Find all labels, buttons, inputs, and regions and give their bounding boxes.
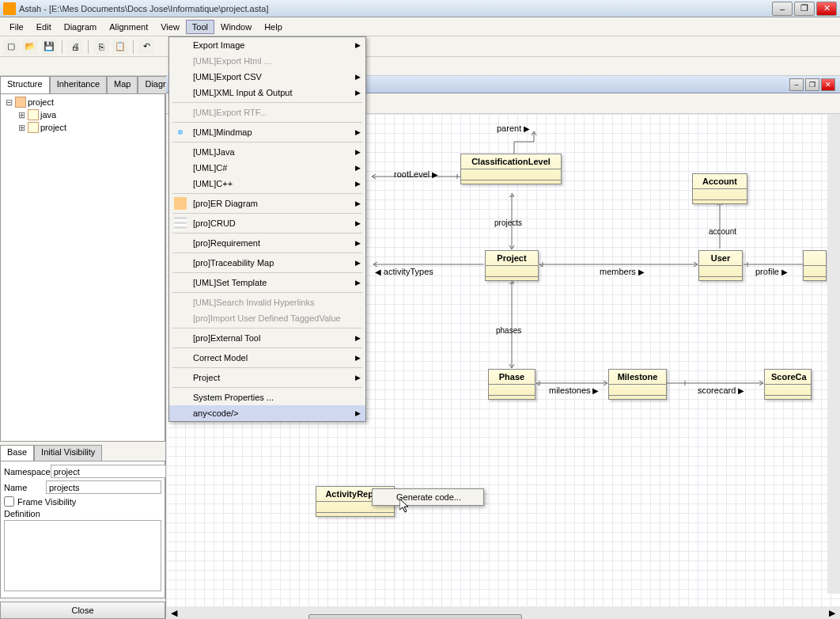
menu-entry: [UML]Export RTF... (169, 104, 365, 120)
assoc-projects: projects (494, 218, 522, 227)
menu-entry[interactable]: [UML]Export CSV▶ (169, 69, 365, 85)
open-icon[interactable]: 📂 (22, 39, 38, 55)
submenu-arrow-icon: ▶ (355, 148, 361, 156)
menu-entry: [UML]Search Invalid Hyperlinks (169, 294, 365, 310)
tree-child[interactable]: project (40, 123, 66, 132)
menu-entry[interactable]: [UML]XML Input & Output▶ (169, 85, 365, 101)
menu-entry[interactable]: [pro]CRUD▶ (169, 215, 365, 231)
menu-entry[interactable]: [pro]Traceability Map▶ (169, 255, 365, 271)
panel-close-button[interactable]: Close (0, 602, 165, 619)
diagram-minimize-button[interactable]: – (789, 78, 804, 91)
menu-entry[interactable]: [pro]ER Diagram▶ (169, 196, 365, 211)
submenu-arrow-icon: ▶ (355, 374, 361, 382)
class-scorecard[interactable]: ScoreCa (764, 369, 812, 400)
class-account[interactable]: Account (692, 173, 747, 204)
submenu-arrow-icon: ▶ (355, 279, 361, 287)
menu-help[interactable]: Help (258, 20, 289, 34)
mindmap-icon (174, 126, 187, 139)
diagram-close-button[interactable]: ✕ (821, 78, 835, 91)
class-phase[interactable]: Phase (488, 369, 535, 400)
titlebar: Astah - [E:\Mes Documents\Docs Jose\Info… (0, 0, 840, 17)
menu-entry[interactable]: [UML]Mindmap▶ (169, 124, 365, 140)
tab-base[interactable]: Base (0, 445, 34, 461)
menu-entry: [UML]Export Html ... (169, 53, 365, 69)
menu-alignment[interactable]: Alignment (103, 20, 154, 34)
menu-entry[interactable]: Export Image▶ (169, 37, 365, 53)
frame-visibility-checkbox[interactable] (4, 496, 14, 507)
assoc-parent: parent ▶ (497, 123, 530, 133)
submenu-arrow-icon: ▶ (355, 354, 361, 362)
menu-entry[interactable]: [UML]C++▶ (169, 176, 365, 192)
menu-entry[interactable]: [pro]Requirement▶ (169, 235, 365, 251)
submenu-arrow-icon: ▶ (355, 219, 361, 227)
menu-view[interactable]: View (154, 20, 186, 34)
tree-child[interactable]: java (40, 110, 56, 120)
menu-entry[interactable]: [UML]Java▶ (169, 144, 365, 160)
print-icon[interactable]: 🖨 (67, 39, 83, 55)
submenu-arrow-icon: ▶ (355, 239, 361, 247)
tree-view[interactable]: ⊟ project ⊞ java ⊞ project (0, 93, 165, 442)
submenu-arrow-icon: ▶ (355, 334, 361, 342)
tree-collapse-icon[interactable]: ⊟ (4, 97, 13, 108)
properties-panel: Namespace Name Frame Visibility Definiti… (0, 461, 165, 598)
class-project[interactable]: Project (485, 250, 539, 281)
menu-file[interactable]: File (3, 20, 30, 34)
menu-entry[interactable]: [pro]External Tool▶ (169, 330, 365, 346)
diagram-maximize-button[interactable]: ❐ (805, 78, 819, 91)
secondary-toolbar (0, 57, 840, 76)
assoc-activitytypes: ◀ activityTypes (375, 267, 433, 276)
menu-window[interactable]: Window (214, 20, 258, 34)
submenu-arrow-icon: ▶ (355, 73, 361, 81)
class-user[interactable]: User (698, 250, 743, 281)
menu-diagram[interactable]: Diagram (58, 20, 104, 34)
assoc-rootlevel: rootLevel ▶ (394, 169, 438, 179)
maximize-button[interactable]: ❐ (794, 2, 815, 16)
assoc-scorecard: scorecard ▶ (698, 385, 744, 395)
crud-icon (174, 217, 187, 230)
tab-initial-visibility[interactable]: Initial Visibility (34, 445, 102, 461)
minimize-button[interactable]: – (772, 2, 793, 16)
package-icon (28, 109, 39, 120)
new-icon[interactable]: ▢ (3, 39, 19, 55)
menu-edit[interactable]: Edit (30, 20, 58, 34)
vertical-scrollbar[interactable] (827, 114, 840, 594)
assoc-account: account (709, 227, 736, 236)
tree-expand-icon[interactable]: ⊞ (17, 123, 26, 133)
menu-entry[interactable]: Project▶ (169, 370, 365, 385)
horizontal-scrollbar[interactable]: ◀ ▶ (166, 606, 840, 619)
paste-icon[interactable]: 📋 (112, 39, 128, 55)
submenu-arrow-icon: ▶ (355, 164, 361, 172)
menu-generate-code[interactable]: Generate code... (373, 489, 483, 505)
assoc-phases: phases (496, 326, 521, 335)
tree-root[interactable]: project (28, 97, 54, 107)
tree-expand-icon[interactable]: ⊞ (17, 110, 26, 120)
assoc-milestones: milestones ▶ (549, 385, 599, 395)
tab-structure[interactable]: Structure (0, 76, 50, 93)
tab-inheritance[interactable]: Inheritance (50, 76, 107, 93)
definition-field[interactable] (4, 520, 161, 591)
close-button[interactable]: ✕ (816, 2, 837, 16)
menu-entry: [pro]Import User Defined TaggedValue (169, 310, 365, 326)
menubar: File Edit Diagram Alignment View Tool Wi… (0, 17, 840, 36)
menu-entry[interactable]: Correct Model▶ (169, 350, 365, 366)
menu-entry[interactable]: [UML]C#▶ (169, 160, 365, 176)
menu-entry[interactable]: any<code/>▶ (169, 405, 365, 421)
left-panel: Structure Inheritance Map Diagram ⊟ proj… (0, 76, 166, 619)
class-partial[interactable] (803, 250, 827, 281)
frame-visibility-label: Frame Visibility (17, 497, 76, 507)
package-icon (28, 122, 39, 133)
save-icon[interactable]: 💾 (41, 39, 57, 55)
class-milestone[interactable]: Milestone (608, 369, 667, 400)
class-classificationlevel[interactable]: ClassificationLevel (460, 154, 562, 184)
tab-map[interactable]: Map (107, 76, 138, 93)
namespace-field[interactable] (51, 465, 166, 478)
menu-entry[interactable]: System Properties ... (169, 389, 365, 405)
copy-icon[interactable]: ⎘ (93, 39, 109, 55)
name-field[interactable] (46, 480, 161, 494)
er-icon (174, 197, 187, 210)
submenu-arrow-icon: ▶ (355, 89, 361, 97)
tool-dropdown: Export Image▶[UML]Export Html ...[UML]Ex… (168, 36, 366, 422)
menu-tool[interactable]: Tool (186, 20, 214, 34)
undo-icon[interactable]: ↶ (138, 39, 154, 55)
menu-entry[interactable]: [UML]Set Template▶ (169, 275, 365, 291)
